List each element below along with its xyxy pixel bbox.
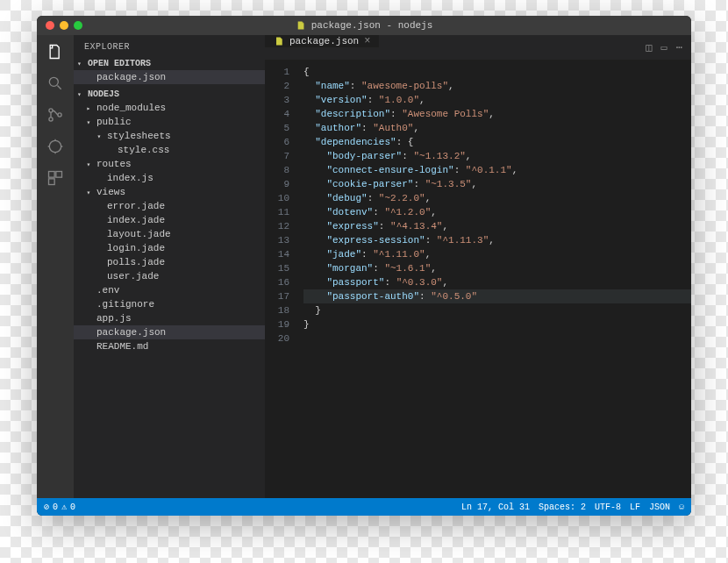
- indentation-status[interactable]: Spaces: 2: [539, 502, 586, 512]
- file-item[interactable]: •app.js: [74, 311, 265, 325]
- line-number-gutter: 1234567891011121314151617181920: [265, 60, 296, 498]
- folder-item[interactable]: ▾public: [74, 115, 265, 129]
- code-content[interactable]: { "name": "awesome-polls", "version": "1…: [296, 60, 691, 498]
- language-mode[interactable]: JSON: [649, 502, 670, 512]
- item-label: layout.jade: [107, 229, 171, 239]
- item-label: views: [96, 187, 125, 197]
- tab-actions: ◫ ▭ ⋯: [646, 35, 691, 60]
- item-label: README.md: [96, 341, 148, 352]
- search-view-icon[interactable]: [46, 74, 65, 93]
- split-editor-icon[interactable]: ◫: [646, 41, 652, 54]
- window-title-text: package.json - nodejs: [311, 20, 433, 31]
- svg-rect-6: [56, 172, 62, 178]
- close-window-button[interactable]: [46, 21, 54, 30]
- file-label: package.json: [96, 72, 166, 82]
- svg-point-3: [58, 113, 61, 117]
- eol-status[interactable]: LF: [630, 502, 640, 512]
- chevron-down-icon: ▾: [84, 118, 93, 126]
- file-item[interactable]: •index.jade: [74, 213, 265, 227]
- chevron-down-icon: ▾: [95, 132, 103, 140]
- project-header[interactable]: ▾ NODEJS: [74, 88, 265, 101]
- svg-rect-5: [49, 172, 55, 178]
- file-item[interactable]: •error.jade: [74, 199, 265, 213]
- explorer-sidebar: EXPLORER ▾ OPEN EDITORS •package.json ▾ …: [74, 35, 265, 498]
- item-label: error.jade: [107, 201, 165, 211]
- item-label: public: [96, 117, 132, 127]
- item-label: app.js: [96, 313, 132, 324]
- maximize-window-button[interactable]: [74, 21, 82, 30]
- svg-point-4: [49, 140, 61, 152]
- file-item[interactable]: •polls.jade: [74, 255, 265, 269]
- window-controls: [37, 21, 82, 30]
- open-editor-item[interactable]: •package.json: [74, 70, 265, 84]
- folder-item[interactable]: ▾stylesheets: [74, 129, 265, 143]
- item-label: routes: [96, 159, 132, 169]
- file-item[interactable]: •README.md: [74, 339, 265, 353]
- folder-item[interactable]: ▾routes: [74, 157, 265, 171]
- chevron-down-icon: ▾: [84, 189, 93, 196]
- item-label: index.jade: [107, 215, 165, 225]
- file-item[interactable]: •layout.jade: [74, 227, 265, 241]
- tab-label: package.json: [289, 36, 359, 46]
- item-label: login.jade: [107, 243, 165, 253]
- item-label: polls.jade: [107, 257, 165, 267]
- file-item[interactable]: •.gitignore: [74, 297, 265, 311]
- minimize-window-button[interactable]: [60, 21, 68, 30]
- file-item[interactable]: •login.jade: [74, 241, 265, 255]
- more-actions-icon[interactable]: ⋯: [676, 41, 682, 54]
- file-item[interactable]: •.env: [74, 283, 265, 297]
- chevron-down-icon: ▾: [84, 160, 93, 168]
- warning-icon: ⚠: [61, 502, 67, 512]
- item-label: stylesheets: [107, 131, 171, 141]
- editor-area: package.json× ◫ ▭ ⋯ 12345678910111213141…: [265, 35, 691, 498]
- sidebar-title: EXPLORER: [74, 35, 265, 57]
- cursor-position[interactable]: Ln 17, Col 31: [461, 502, 530, 512]
- open-editors-header[interactable]: ▾ OPEN EDITORS: [74, 57, 265, 70]
- file-item[interactable]: •style.css: [74, 143, 265, 157]
- code-editor[interactable]: 1234567891011121314151617181920 { "name"…: [265, 60, 691, 498]
- source-control-icon[interactable]: [46, 105, 65, 125]
- error-icon: ⊘: [44, 502, 49, 512]
- layout-icon[interactable]: ▭: [661, 41, 667, 54]
- problems-status[interactable]: ⊘0 ⚠0: [44, 502, 75, 512]
- encoding-status[interactable]: UTF-8: [595, 502, 621, 512]
- debug-view-icon[interactable]: [46, 137, 65, 156]
- file-item[interactable]: •package.json: [74, 325, 265, 339]
- item-label: index.js: [107, 173, 153, 183]
- folder-item[interactable]: ▾views: [74, 185, 265, 199]
- item-label: node_modules: [96, 103, 166, 113]
- open-editors-label: OPEN EDITORS: [88, 59, 151, 68]
- file-item[interactable]: •user.jade: [74, 269, 265, 283]
- svg-point-2: [49, 118, 53, 121]
- folder-item[interactable]: ▸node_modules: [74, 101, 265, 115]
- chevron-down-icon: ▾: [77, 60, 84, 68]
- extensions-view-icon[interactable]: [46, 168, 65, 188]
- activity-bar: [37, 35, 74, 498]
- file-item[interactable]: •index.js: [74, 171, 265, 185]
- chevron-right-icon: ▸: [84, 104, 93, 112]
- svg-point-1: [49, 109, 53, 112]
- item-label: user.jade: [107, 271, 159, 282]
- tab-bar: package.json× ◫ ▭ ⋯: [265, 35, 691, 60]
- json-file-icon: [274, 36, 284, 46]
- titlebar: package.json - nodejs: [37, 16, 691, 35]
- status-bar: ⊘0 ⚠0 Ln 17, Col 31 Spaces: 2 UTF-8 LF J…: [37, 498, 691, 516]
- project-label: NODEJS: [88, 89, 119, 99]
- item-label: .env: [96, 285, 119, 296]
- vscode-window: package.json - nodejs EXPLORER ▾ OPEN ED…: [37, 16, 691, 516]
- explorer-view-icon[interactable]: [46, 42, 65, 61]
- json-file-icon: [296, 20, 306, 31]
- svg-point-0: [49, 77, 58, 86]
- chevron-down-icon: ▾: [77, 90, 84, 98]
- item-label: style.css: [118, 145, 169, 155]
- window-title: package.json - nodejs: [296, 20, 433, 31]
- item-label: .gitignore: [96, 299, 154, 310]
- feedback-icon[interactable]: ☺: [679, 502, 684, 512]
- editor-tab[interactable]: package.json×: [265, 35, 380, 47]
- svg-rect-7: [49, 179, 55, 185]
- close-tab-icon[interactable]: ×: [364, 35, 370, 47]
- item-label: package.json: [96, 327, 166, 338]
